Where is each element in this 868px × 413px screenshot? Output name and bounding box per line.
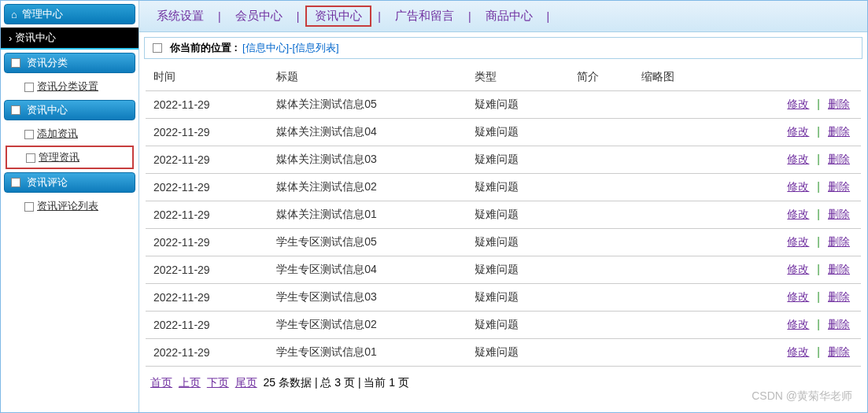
action-sep: | xyxy=(812,98,825,110)
table-row: 2022-11-29媒体关注测试信息01疑难问题修改|删除 xyxy=(146,201,861,229)
cell-time: 2022-11-29 xyxy=(146,119,268,146)
sidebar-item[interactable]: 添加资讯 xyxy=(6,124,134,144)
cell-actions: 修改|删除 xyxy=(716,312,861,339)
action-sep: | xyxy=(812,345,825,358)
doc-icon xyxy=(24,202,34,212)
content-area: 时间标题类型简介缩略图 2022-11-29媒体关注测试信息05疑难问题修改|删… xyxy=(139,64,867,412)
table-row: 2022-11-29媒体关注测试信息02疑难问题修改|删除 xyxy=(146,174,861,201)
page-prev[interactable]: 上页 xyxy=(179,376,201,389)
topnav-item[interactable]: 广告和留言 xyxy=(387,7,462,25)
topnav-sep: | xyxy=(294,10,303,23)
edit-link[interactable]: 修改 xyxy=(784,263,812,275)
cell-time: 2022-11-29 xyxy=(146,256,268,284)
cell-thumb xyxy=(633,229,717,256)
section-label: 资讯中心 xyxy=(27,103,68,117)
edit-link[interactable]: 修改 xyxy=(784,345,812,358)
cell-summary xyxy=(569,284,633,312)
topnav-item[interactable]: 系统设置 xyxy=(149,7,212,25)
topnav-item[interactable]: 会员中心 xyxy=(227,7,290,25)
edit-link[interactable]: 修改 xyxy=(784,98,812,110)
breadcrumb: 你当前的位置 : [信息中心]-[信息列表] xyxy=(144,37,862,59)
cell-time: 2022-11-29 xyxy=(146,174,268,201)
delete-link[interactable]: 删除 xyxy=(825,125,853,138)
sidebar-item-link[interactable]: 资讯分类设置 xyxy=(37,80,98,92)
table-row: 2022-11-29学生专区测试信息04疑难问题修改|删除 xyxy=(146,256,861,284)
topnav-item[interactable]: 商品中心 xyxy=(478,7,541,25)
cell-title: 学生专区测试信息02 xyxy=(268,312,467,339)
delete-link[interactable]: 删除 xyxy=(825,235,853,248)
doc-icon xyxy=(11,58,20,68)
page-last[interactable]: 尾页 xyxy=(235,376,257,389)
cell-actions: 修改|删除 xyxy=(716,256,861,284)
section-header[interactable]: 资讯中心 xyxy=(4,100,135,120)
cell-summary xyxy=(569,119,633,146)
edit-link[interactable]: 修改 xyxy=(784,318,812,330)
cell-actions: 修改|删除 xyxy=(716,146,861,174)
action-sep: | xyxy=(812,153,825,165)
col-header: 时间 xyxy=(146,64,268,91)
edit-link[interactable]: 修改 xyxy=(784,208,812,220)
delete-link[interactable]: 删除 xyxy=(825,180,853,193)
edit-link[interactable]: 修改 xyxy=(784,290,812,303)
doc-icon xyxy=(24,130,34,139)
edit-link[interactable]: 修改 xyxy=(784,180,812,193)
cell-type: 疑难问题 xyxy=(467,229,569,256)
cell-actions: 修改|删除 xyxy=(716,284,861,312)
delete-link[interactable]: 删除 xyxy=(825,318,853,330)
action-sep: | xyxy=(812,235,825,248)
sidebar-item[interactable]: 资讯分类设置 xyxy=(6,76,134,97)
delete-link[interactable]: 删除 xyxy=(825,345,853,358)
cell-time: 2022-11-29 xyxy=(146,229,268,256)
section-header[interactable]: 资讯分类 xyxy=(4,53,135,73)
cell-actions: 修改|删除 xyxy=(716,229,861,256)
cell-summary xyxy=(569,201,633,229)
page-next[interactable]: 下页 xyxy=(207,376,229,389)
delete-link[interactable]: 删除 xyxy=(825,263,853,275)
cell-title: 媒体关注测试信息05 xyxy=(268,91,467,119)
cell-thumb xyxy=(633,339,717,367)
cell-actions: 修改|删除 xyxy=(716,339,861,367)
admin-center-header[interactable]: ⌂ 管理中心 xyxy=(4,4,135,24)
delete-link[interactable]: 删除 xyxy=(825,153,853,165)
breadcrumb-path: [信息中心]-[信息列表] xyxy=(242,41,339,55)
edit-link[interactable]: 修改 xyxy=(784,153,812,165)
cell-title: 学生专区测试信息03 xyxy=(268,284,467,312)
topnav-sep: | xyxy=(465,10,475,23)
cell-title: 学生专区测试信息01 xyxy=(268,339,467,367)
main-area: 系统设置|会员中心|资讯中心|广告和留言|商品中心| 你当前的位置 : [信息中… xyxy=(139,1,867,412)
sidebar-item-link[interactable]: 资讯评论列表 xyxy=(37,200,98,212)
delete-link[interactable]: 删除 xyxy=(825,290,853,303)
pagination: 首页 上页 下页 尾页 25 条数据 | 总 3 页 | 当前 1 页 xyxy=(146,367,861,400)
cell-title: 学生专区测试信息05 xyxy=(268,229,467,256)
sidebar-item-link[interactable]: 管理资讯 xyxy=(39,151,79,163)
top-nav: 系统设置|会员中心|资讯中心|广告和留言|商品中心| xyxy=(139,1,867,32)
cell-thumb xyxy=(633,91,717,119)
action-sep: | xyxy=(812,263,825,275)
cell-type: 疑难问题 xyxy=(467,146,569,174)
edit-link[interactable]: 修改 xyxy=(784,125,812,138)
action-sep: | xyxy=(812,318,825,330)
sidebar-item[interactable]: 管理资讯 xyxy=(6,146,134,169)
delete-link[interactable]: 删除 xyxy=(825,208,853,220)
edit-link[interactable]: 修改 xyxy=(784,235,812,248)
cell-thumb xyxy=(633,146,717,174)
sidebar-item-link[interactable]: 添加资讯 xyxy=(37,127,78,139)
cell-thumb xyxy=(633,174,717,201)
delete-link[interactable]: 删除 xyxy=(825,98,853,110)
page-first[interactable]: 首页 xyxy=(150,376,172,389)
table-row: 2022-11-29媒体关注测试信息04疑难问题修改|删除 xyxy=(146,119,861,146)
doc-icon xyxy=(24,83,34,92)
cell-actions: 修改|删除 xyxy=(716,91,861,119)
cell-time: 2022-11-29 xyxy=(146,312,268,339)
table-row: 2022-11-29学生专区测试信息03疑难问题修改|删除 xyxy=(146,284,861,312)
cell-title: 媒体关注测试信息01 xyxy=(268,201,467,229)
sidebar-item[interactable]: 资讯评论列表 xyxy=(6,196,134,216)
col-header: 缩略图 xyxy=(633,64,717,91)
action-sep: | xyxy=(812,180,825,193)
cell-type: 疑难问题 xyxy=(467,312,569,339)
topnav-item[interactable]: 资讯中心 xyxy=(305,6,371,27)
section-header[interactable]: 资讯评论 xyxy=(4,172,135,193)
cell-actions: 修改|删除 xyxy=(716,174,861,201)
cell-time: 2022-11-29 xyxy=(146,201,268,229)
cell-summary xyxy=(569,229,633,256)
